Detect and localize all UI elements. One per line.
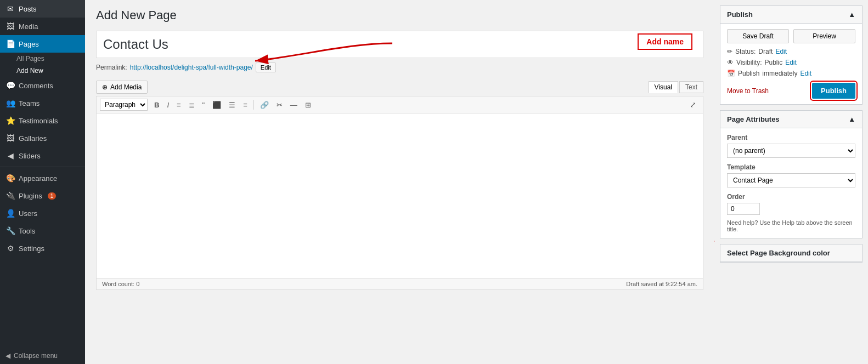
preview-button[interactable]: Preview: [793, 29, 855, 43]
sidebar-item-teams[interactable]: 👥 Teams: [0, 94, 85, 112]
collapse-menu-button[interactable]: ◀ Collapse menu: [0, 348, 85, 364]
word-count: Word count: 0: [102, 281, 139, 287]
table-button[interactable]: ⊞: [302, 99, 314, 111]
page-background-panel: Select Page Background color: [720, 244, 863, 263]
media-icon: 🖼: [5, 22, 15, 31]
add-media-icon: ⊕: [102, 83, 108, 91]
add-media-button[interactable]: ⊕ Add Media: [96, 81, 148, 94]
order-label: Order: [727, 193, 855, 201]
unlink-button[interactable]: ✂: [273, 99, 286, 111]
attributes-collapse-icon[interactable]: ▲: [848, 115, 855, 123]
align-center-button[interactable]: ☰: [226, 99, 239, 111]
publish-time-edit-link[interactable]: Edit: [800, 70, 811, 77]
align-left-button[interactable]: ⬛: [209, 99, 224, 111]
tools-icon: 🔧: [5, 226, 15, 235]
editor-toolbar-top: ⊕ Add Media Visual Text: [96, 81, 703, 94]
page-background-panel-header: Select Page Background color: [720, 244, 862, 262]
sidebar-item-pages[interactable]: 📄 Pages: [0, 35, 85, 53]
collapse-icon: ◀: [5, 352, 10, 360]
blockquote-button[interactable]: ": [199, 99, 208, 111]
settings-icon: ⚙: [5, 244, 15, 253]
move-to-trash-link[interactable]: Move to Trash: [727, 87, 769, 95]
sidebar-item-sliders[interactable]: ◀ Sliders: [0, 147, 85, 164]
parent-label: Parent: [727, 134, 855, 141]
text-tab[interactable]: Text: [679, 81, 703, 93]
page-attributes-panel: Page Attributes ▲ Parent (no parent) Tem…: [720, 110, 863, 238]
publish-panel-body: Save Draft Preview ✏ Status: Draft Edit …: [720, 24, 862, 104]
visibility-row: 👁 Visibility: Public Edit: [727, 59, 855, 66]
teams-icon: 👥: [5, 99, 15, 107]
status-pencil-icon: ✏: [727, 48, 732, 55]
italic-button[interactable]: I: [164, 99, 172, 111]
permalink-label: Permalink:: [96, 64, 127, 71]
testimonials-icon: ⭐: [5, 116, 15, 125]
sidebar: ✉ Posts 🖼 Media 📄 Pages All Pages Add Ne…: [0, 0, 85, 364]
ordered-list-button[interactable]: ≣: [185, 99, 198, 111]
pages-icon: 📄: [5, 39, 15, 48]
status-label: Status:: [735, 48, 756, 55]
more-button[interactable]: —: [287, 99, 301, 111]
visual-tab[interactable]: Visual: [649, 81, 678, 93]
sidebar-item-tools[interactable]: 🔧 Tools: [0, 222, 85, 240]
publish-time-label: Publish: [738, 70, 759, 77]
link-button[interactable]: 🔗: [257, 99, 272, 111]
sidebar-sub-all-pages[interactable]: All Pages: [0, 53, 85, 65]
permalink-url[interactable]: http://localhost/delight-spa/full-width-…: [130, 64, 253, 71]
sidebar-item-testimonials[interactable]: ⭐ Testimonials: [0, 112, 85, 129]
sliders-icon: ◀: [5, 151, 15, 160]
toolbar-divider: [253, 100, 254, 110]
unordered-list-button[interactable]: ≡: [173, 99, 184, 111]
publish-panel-header: Publish ▲: [720, 6, 862, 24]
sidebar-item-comments[interactable]: 💬 Comments: [0, 77, 85, 94]
save-draft-button[interactable]: Save Draft: [727, 29, 789, 43]
sidebar-item-posts[interactable]: ✉ Posts: [0, 0, 85, 18]
status-value: Draft: [758, 48, 773, 55]
comments-icon: 💬: [5, 81, 15, 90]
title-section: Add name: [96, 31, 703, 58]
bold-button[interactable]: B: [151, 99, 162, 111]
sidebar-item-plugins[interactable]: 🔌 Plugins 1: [0, 187, 85, 204]
visual-text-tabs: Visual Text: [649, 81, 703, 93]
visibility-eye-icon: 👁: [727, 59, 734, 66]
sidebar-item-gallaries[interactable]: 🖼 Gallaries: [0, 129, 85, 147]
visibility-value: Public: [764, 59, 782, 66]
permalink-row: Permalink: http://localhost/delight-spa/…: [96, 62, 703, 72]
editor-container: Paragraph Heading 1 Heading 2 Heading 3 …: [96, 96, 703, 290]
sidebar-sub-add-new[interactable]: Add New: [0, 65, 85, 77]
align-right-button[interactable]: ≡: [240, 99, 251, 111]
page-title: Add New Page: [96, 8, 703, 22]
draft-saved: Draft saved at 9:22:54 am.: [626, 281, 697, 287]
status-edit-link[interactable]: Edit: [775, 48, 787, 55]
permalink-edit-button[interactable]: Edit: [256, 62, 276, 72]
main-content: Add New Page Add name: [85, 0, 868, 364]
title-input-wrap: [96, 31, 703, 58]
plugins-icon: 🔌: [5, 191, 15, 200]
editor-wrap: Add New Page Add name: [85, 0, 714, 364]
content-area: Add New Page Add name: [85, 0, 868, 364]
order-input[interactable]: [727, 203, 760, 215]
fullscreen-button[interactable]: ⤢: [686, 99, 700, 111]
parent-select[interactable]: (no parent): [727, 144, 855, 158]
sidebar-item-media[interactable]: 🖼 Media: [0, 18, 85, 35]
publish-time-row: 📅 Publish immediately Edit: [727, 70, 855, 77]
template-label: Template: [727, 163, 855, 171]
paragraph-format-select[interactable]: Paragraph Heading 1 Heading 2 Heading 3: [100, 99, 148, 111]
plugins-badge: 1: [48, 192, 57, 200]
page-title-input[interactable]: [97, 31, 703, 58]
editor-footer: Word count: 0 Draft saved at 9:22:54 am.: [97, 278, 703, 289]
publish-button[interactable]: Publish: [812, 83, 855, 99]
sidebar-item-users[interactable]: 👤 Users: [0, 204, 85, 222]
editor-body[interactable]: [97, 113, 703, 278]
page-attributes-panel-header: Page Attributes ▲: [720, 111, 862, 128]
publish-panel-collapse-icon[interactable]: ▲: [848, 10, 855, 19]
publish-panel: Publish ▲ Save Draft Preview ✏ Status: D…: [720, 5, 863, 105]
gallaries-icon: 🖼: [5, 134, 15, 143]
sidebar-item-settings[interactable]: ⚙ Settings: [0, 240, 85, 257]
visibility-edit-link[interactable]: Edit: [785, 59, 797, 66]
publish-time-value: immediately: [762, 70, 797, 77]
right-sidebar: Publish ▲ Save Draft Preview ✏ Status: D…: [714, 0, 868, 364]
visibility-label: Visibility:: [736, 59, 762, 66]
status-row: ✏ Status: Draft Edit: [727, 48, 855, 55]
template-select[interactable]: Default Template Contact Page Full Width…: [727, 173, 855, 187]
sidebar-item-appearance[interactable]: 🎨 Appearance: [0, 169, 85, 187]
